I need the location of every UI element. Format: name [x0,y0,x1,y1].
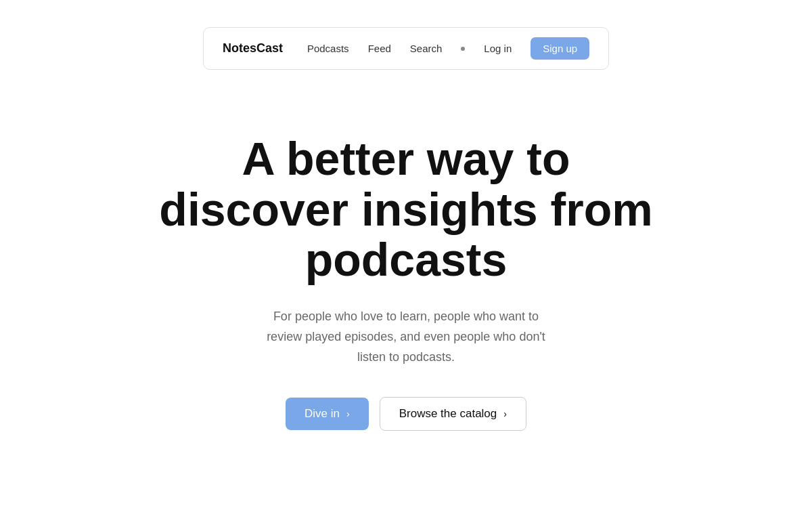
browse-catalog-chevron-icon: › [503,408,507,419]
hero-buttons: Dive in › Browse the catalog › [286,397,526,431]
nav-login-link[interactable]: Log in [484,43,512,54]
browse-catalog-button[interactable]: Browse the catalog › [380,397,526,431]
nav-link-podcasts[interactable]: Podcasts [307,43,349,54]
hero-title: A better way to discover insights from p… [142,133,670,285]
dive-in-button[interactable]: Dive in › [286,398,369,430]
nav-link-search[interactable]: Search [410,43,443,54]
dive-in-chevron-icon: › [346,408,350,419]
nav-separator-dot [461,47,465,51]
nav-brand: NotesCast [223,41,283,56]
hero-subtitle: For people who love to learn, people who… [264,307,548,367]
hero-section: A better way to discover insights from p… [88,56,724,508]
nav-link-feed[interactable]: Feed [368,43,391,54]
browse-catalog-label: Browse the catalog [399,407,497,421]
dive-in-label: Dive in [304,407,340,421]
